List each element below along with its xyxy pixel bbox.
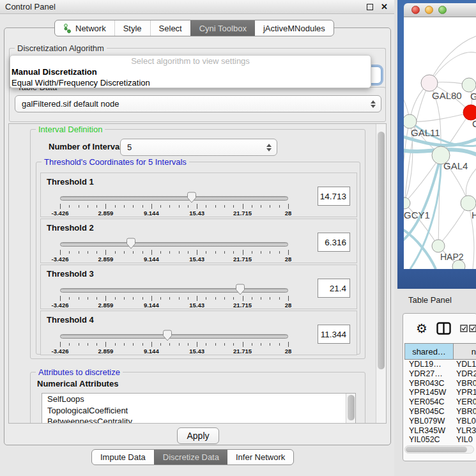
- cell-shared-name[interactable]: YDL19…: [404, 360, 454, 369]
- threshold-slider[interactable]: -3.4262.8599.14415.4321.71528: [60, 237, 288, 263]
- close-icon[interactable]: ✕: [381, 4, 388, 10]
- threshold-value-field[interactable]: [318, 325, 350, 344]
- float-window-icon[interactable]: [367, 4, 373, 10]
- threshold-value-field[interactable]: [318, 187, 350, 206]
- column-header-name[interactable]: n: [454, 343, 476, 360]
- network-node-h[interactable]: [461, 196, 476, 211]
- number-of-intervals-combobox[interactable]: 5: [120, 139, 277, 156]
- cell-shared-name[interactable]: YDR27…: [404, 369, 454, 379]
- threshold-slider[interactable]: -3.4262.8599.14415.4321.71528: [60, 329, 288, 355]
- tab-select[interactable]: Select: [150, 20, 190, 36]
- cell-shared-name[interactable]: YBR043C: [404, 379, 454, 388]
- slider-track[interactable]: [60, 196, 288, 201]
- network-canvas[interactable]: GAL80GACGAL11GAL4GCY1HHAP2: [404, 17, 476, 269]
- numerical-attributes-list[interactable]: SelfLoopsTopologicalCoefficientBetweenne…: [42, 393, 356, 424]
- slider-thumb[interactable]: [236, 284, 245, 295]
- tab-style[interactable]: Style: [114, 20, 150, 36]
- table-row[interactable]: YER054CYER0: [404, 397, 476, 407]
- interval-definition-group: Interval Definition Number of Intervals …: [30, 129, 365, 359]
- apply-button[interactable]: Apply: [177, 427, 219, 444]
- cell-name[interactable]: YBR0: [454, 379, 476, 388]
- algorithm-placeholder-item[interactable]: Select algorithm to view settings: [10, 56, 371, 66]
- slider-track[interactable]: [60, 334, 288, 339]
- attribute-list-item[interactable]: SelfLoops: [42, 394, 355, 405]
- attribute-list-item[interactable]: BetweennessCentrality: [42, 416, 355, 424]
- cell-name[interactable]: YDL1: [454, 360, 476, 369]
- tab-label: Style: [123, 24, 142, 33]
- threshold-value-field[interactable]: [318, 233, 350, 252]
- slider-thumb[interactable]: [162, 330, 172, 341]
- table-data-combobox[interactable]: galFiltered.sif default node: [15, 95, 381, 112]
- tab-infer-network[interactable]: Infer Network: [227, 450, 293, 464]
- table-row[interactable]: YPR145WYPR1: [404, 388, 476, 397]
- network-node-ga[interactable]: [462, 78, 476, 92]
- attribute-list-item[interactable]: TopologicalCoefficient: [42, 405, 355, 417]
- table-panel-box: ⚙ shared…: [403, 313, 476, 461]
- numerical-attributes-label: Numerical Attributes: [37, 379, 118, 388]
- cell-shared-name[interactable]: YIL052C: [404, 435, 454, 445]
- cell-name[interactable]: YDR2: [454, 369, 476, 379]
- network-node-gal80[interactable]: [421, 75, 438, 91]
- tab-discretize-data[interactable]: Discretize Data: [154, 450, 227, 464]
- threshold-value-field[interactable]: [318, 279, 350, 298]
- node-table: shared… n YDL19…YDL1YDR27…YDR2YBR043CYBR…: [404, 343, 476, 445]
- cell-shared-name[interactable]: YER054C: [404, 397, 454, 407]
- network-node-label: GA: [470, 91, 476, 102]
- cell-name[interactable]: YPR1: [454, 388, 476, 397]
- cell-name[interactable]: YBR0: [454, 407, 476, 417]
- tab-impute-data[interactable]: Impute Data: [92, 450, 154, 464]
- cell-shared-name[interactable]: YLR345W: [404, 426, 454, 436]
- algorithm-option[interactable]: Equal Width/Frequency Discretization: [10, 77, 371, 88]
- network-view-frame: GAL80GACGAL11GAL4GCY1HHAP2: [397, 0, 476, 289]
- slider-thumb[interactable]: [187, 192, 197, 203]
- split-columns-icon[interactable]: [436, 322, 451, 335]
- table-panel-toolbar: ⚙: [403, 314, 476, 343]
- column-header-shared-name[interactable]: shared…: [404, 343, 454, 360]
- settings-scrollbar[interactable]: [376, 124, 386, 423]
- attributes-list-scrollbar[interactable]: [346, 394, 355, 424]
- threshold-panel: Threshold 4 -3.4262.8599.14415.4321.7152…: [40, 311, 357, 355]
- algorithm-option[interactable]: Manual Discretization: [10, 66, 371, 77]
- network-node-gal11[interactable]: [404, 114, 417, 128]
- threshold-label: Threshold 1: [47, 177, 94, 187]
- select-all-checkbox-icon[interactable]: [469, 325, 476, 332]
- tab-network[interactable]: Network: [55, 20, 114, 36]
- cell-name[interactable]: YIL0: [454, 435, 476, 445]
- table-horizontal-scrollbar[interactable]: [404, 445, 474, 454]
- cell-shared-name[interactable]: YBR045C: [404, 407, 454, 417]
- cell-shared-name[interactable]: YBL079W: [404, 417, 454, 426]
- slider-ticks: [60, 249, 288, 256]
- cell-name[interactable]: YER0: [454, 397, 476, 407]
- algorithm-dropdown-popup: Select algorithm to view settings Manual…: [10, 55, 371, 88]
- threshold-slider[interactable]: -3.4262.8599.14415.4321.71528: [60, 191, 288, 217]
- gear-icon[interactable]: ⚙: [416, 322, 427, 335]
- table-row[interactable]: YDL19…YDL1: [404, 360, 476, 369]
- window-close-button[interactable]: [411, 6, 420, 14]
- slider-track[interactable]: [60, 242, 288, 247]
- cell-shared-name[interactable]: YPR145W: [404, 388, 454, 397]
- select-attributes-checkbox-icon[interactable]: [460, 325, 468, 332]
- table-row[interactable]: YBR045CYBR0: [404, 407, 476, 417]
- network-node-hap2[interactable]: [432, 240, 445, 252]
- combo-spinner-icon: [371, 100, 376, 108]
- table-row[interactable]: YBL079WYBL0: [404, 417, 476, 426]
- table-row[interactable]: YBR043CYBR0: [404, 379, 476, 388]
- slider-track[interactable]: [60, 288, 288, 293]
- table-row[interactable]: YLR345WYLR3: [404, 426, 476, 436]
- tab-jactivemnodules[interactable]: jActiveMNodules: [255, 20, 334, 36]
- threshold-slider[interactable]: -3.4262.8599.14415.4321.71528: [60, 283, 288, 309]
- tab-label: Network: [75, 24, 106, 33]
- thresholds-group-title: Threshold's Coordinates for 5 Intervals: [42, 157, 189, 167]
- window-zoom-button[interactable]: [438, 6, 447, 14]
- network-node-label: GCY1: [404, 210, 430, 220]
- control-panel-title: Control Panel: [5, 2, 56, 12]
- window-minimize-button[interactable]: [425, 6, 433, 14]
- network-node-gcy1[interactable]: [404, 197, 410, 209]
- table-row[interactable]: YIL052CYIL0: [404, 435, 476, 445]
- tab-cyni-toolbox[interactable]: Cyni Toolbox: [190, 20, 255, 36]
- bottom-tabbar: Impute DataDiscretize DataInfer Network: [91, 449, 294, 465]
- cell-name[interactable]: YLR3: [454, 426, 476, 436]
- table-row[interactable]: YDR27…YDR2: [404, 369, 476, 379]
- cell-name[interactable]: YBL0: [454, 417, 476, 426]
- slider-thumb[interactable]: [126, 238, 135, 249]
